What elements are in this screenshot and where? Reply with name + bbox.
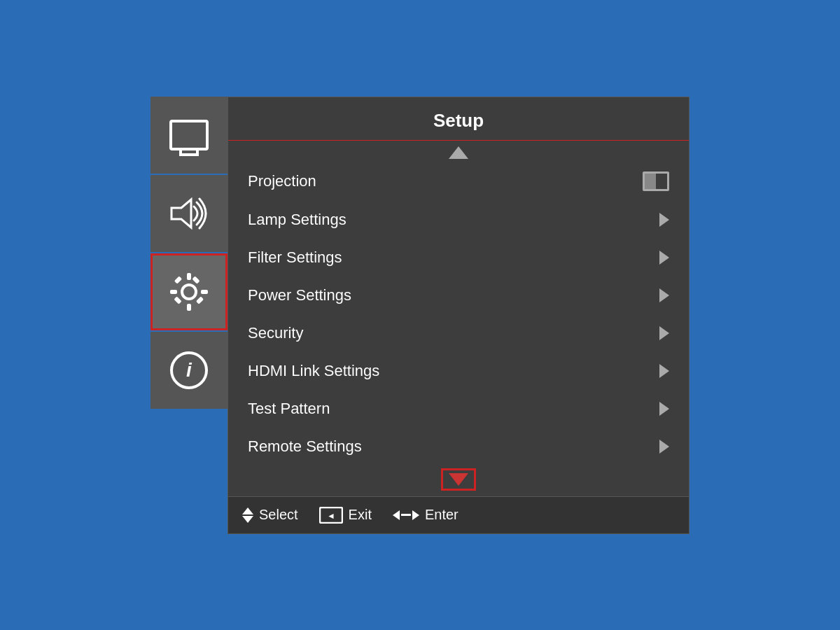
menu-item-remote-settings[interactable]: Remote Settings bbox=[228, 428, 689, 465]
svg-rect-8 bbox=[192, 276, 200, 284]
gear-icon bbox=[169, 272, 209, 312]
info-icon: i bbox=[170, 351, 208, 389]
svg-marker-0 bbox=[172, 200, 191, 227]
exit-icon: ◄ bbox=[319, 507, 343, 524]
footer-select: Select bbox=[242, 507, 298, 523]
select-arrows-icon bbox=[242, 507, 253, 523]
sidebar-item-setup[interactable] bbox=[150, 253, 227, 330]
arrow-up-icon bbox=[449, 146, 468, 159]
arrow-up-small-icon bbox=[242, 507, 253, 514]
arrow-down-small-icon bbox=[242, 516, 253, 523]
svg-rect-2 bbox=[187, 273, 191, 280]
menu-item-hdmi-label: HDMI Link Settings bbox=[248, 362, 379, 380]
menu-item-projection-value bbox=[643, 172, 669, 191]
svg-text:◄: ◄ bbox=[327, 511, 335, 521]
chevron-right-icon bbox=[659, 440, 669, 454]
arrow-right-icon bbox=[412, 510, 419, 520]
arrow-down-icon bbox=[449, 473, 468, 486]
menu-title: Setup bbox=[228, 97, 689, 141]
svg-rect-5 bbox=[201, 290, 208, 294]
chevron-right-icon bbox=[659, 364, 669, 378]
menu-item-lamp-label: Lamp Settings bbox=[248, 211, 346, 229]
scroll-down-indicator bbox=[228, 465, 689, 496]
menu-footer: Select ◄ Exit Enter bbox=[228, 496, 689, 533]
svg-rect-9 bbox=[174, 296, 181, 304]
menu-item-filter-settings[interactable]: Filter Settings bbox=[228, 239, 689, 276]
svg-rect-7 bbox=[196, 296, 204, 304]
projection-value-icon bbox=[643, 172, 669, 191]
enter-label: Enter bbox=[425, 507, 458, 523]
footer-enter: Enter bbox=[393, 507, 458, 523]
menu-item-test-label: Test Pattern bbox=[248, 400, 330, 418]
chevron-right-icon bbox=[659, 402, 669, 416]
svg-rect-4 bbox=[170, 290, 177, 294]
menu-item-power-settings[interactable]: Power Settings bbox=[228, 276, 689, 314]
sidebar-item-display[interactable] bbox=[150, 97, 227, 174]
speaker-icon bbox=[169, 197, 209, 230]
menu-item-security[interactable]: Security bbox=[228, 314, 689, 352]
select-label: Select bbox=[259, 507, 298, 523]
menu-item-hdmi-link[interactable]: HDMI Link Settings bbox=[228, 352, 689, 390]
menu-item-security-label: Security bbox=[248, 324, 303, 342]
menu-item-projection-label: Projection bbox=[248, 172, 316, 190]
menu-item-filter-label: Filter Settings bbox=[248, 248, 342, 267]
chevron-right-icon bbox=[659, 213, 669, 227]
menu-item-test-pattern[interactable]: Test Pattern bbox=[228, 390, 689, 428]
sidebar-item-audio[interactable] bbox=[150, 175, 227, 252]
sidebar-item-info[interactable]: i bbox=[150, 332, 227, 409]
menu-item-remote-label: Remote Settings bbox=[248, 438, 362, 456]
enter-dash bbox=[401, 514, 411, 516]
display-icon bbox=[169, 120, 209, 150]
menu-item-lamp-settings[interactable]: Lamp Settings bbox=[228, 201, 689, 239]
exit-label: Exit bbox=[349, 507, 372, 523]
menu-item-projection[interactable]: Projection bbox=[228, 162, 689, 201]
chevron-right-icon bbox=[659, 326, 669, 340]
chevron-right-icon bbox=[659, 288, 669, 302]
menu-item-power-label: Power Settings bbox=[248, 286, 351, 304]
footer-exit: ◄ Exit bbox=[319, 507, 372, 524]
menu-container: i Setup Projection Lamp Settings F bbox=[150, 97, 690, 534]
scroll-up-indicator bbox=[228, 141, 689, 162]
svg-rect-6 bbox=[174, 276, 182, 284]
sidebar: i bbox=[150, 97, 227, 410]
enter-icon bbox=[393, 510, 419, 520]
menu-panel: Setup Projection Lamp Settings Filter Se… bbox=[227, 97, 690, 534]
arrow-left-icon bbox=[393, 510, 400, 520]
chevron-right-icon bbox=[659, 251, 669, 265]
svg-point-1 bbox=[182, 285, 196, 299]
menu-items-list: Projection Lamp Settings Filter Settings… bbox=[228, 162, 689, 465]
arrow-down-box bbox=[441, 468, 476, 491]
svg-rect-3 bbox=[187, 304, 191, 311]
